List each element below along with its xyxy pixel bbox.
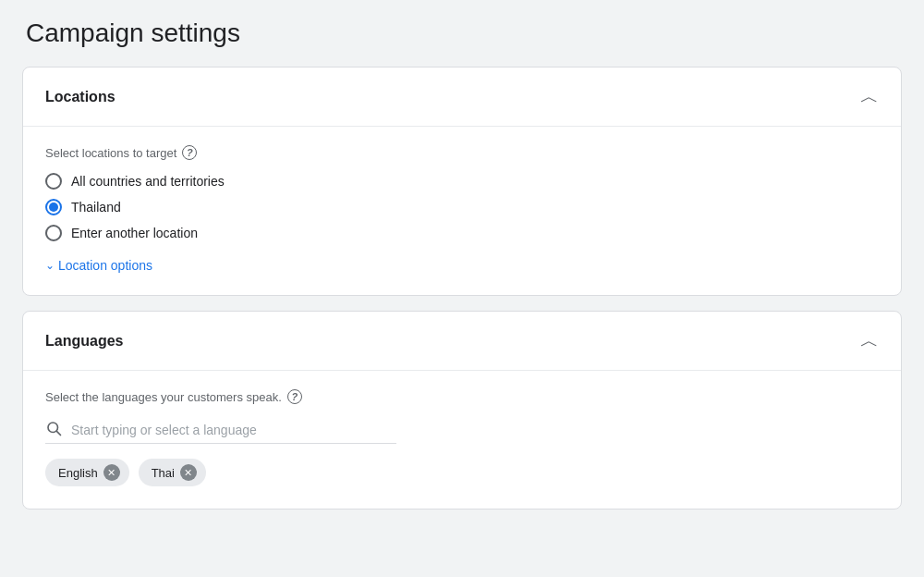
location-radio-group: All countries and territories Thailand E… bbox=[45, 173, 879, 241]
location-options-label: Location options bbox=[58, 258, 152, 273]
radio-option-thailand[interactable]: Thailand bbox=[45, 199, 879, 215]
chip-english: English ✕ bbox=[45, 459, 129, 486]
radio-circle-another-location bbox=[45, 225, 62, 241]
locations-card: Locations ︿ Select locations to target ?… bbox=[22, 67, 902, 296]
languages-card: Languages ︿ Select the languages your cu… bbox=[22, 311, 902, 509]
radio-circle-all-countries bbox=[45, 173, 62, 190]
radio-circle-thailand bbox=[45, 199, 62, 215]
chip-thai-label: Thai bbox=[152, 466, 175, 480]
chip-thai: Thai ✕ bbox=[139, 459, 206, 486]
chip-thai-remove-button[interactable]: ✕ bbox=[180, 464, 197, 481]
chip-english-remove-button[interactable]: ✕ bbox=[103, 464, 120, 481]
language-chips: English ✕ Thai ✕ bbox=[45, 459, 879, 486]
radio-label-all-countries: All countries and territories bbox=[71, 174, 225, 189]
language-search-input[interactable] bbox=[45, 417, 396, 444]
locations-collapse-icon[interactable]: ︿ bbox=[860, 84, 879, 109]
locations-card-header: Locations ︿ bbox=[23, 68, 901, 127]
locations-card-body: Select locations to target ? All countri… bbox=[23, 127, 901, 295]
languages-section-title: Languages bbox=[45, 333, 123, 350]
languages-card-body: Select the languages your customers spea… bbox=[23, 371, 901, 509]
locations-help-icon[interactable]: ? bbox=[182, 145, 197, 160]
chip-english-label: English bbox=[58, 466, 98, 480]
radio-option-another-location[interactable]: Enter another location bbox=[45, 225, 879, 241]
location-options-link[interactable]: ⌄ Location options bbox=[45, 258, 879, 273]
radio-option-all-countries[interactable]: All countries and territories bbox=[45, 173, 879, 190]
location-options-chevron-icon: ⌄ bbox=[45, 259, 55, 272]
svg-line-1 bbox=[56, 431, 60, 435]
languages-collapse-icon[interactable]: ︿ bbox=[860, 328, 879, 353]
locations-section-title: Locations bbox=[45, 89, 116, 105]
language-search-icon bbox=[45, 420, 62, 441]
languages-card-header: Languages ︿ bbox=[23, 312, 901, 371]
language-search-wrapper bbox=[45, 417, 396, 444]
radio-label-thailand: Thailand bbox=[71, 200, 121, 215]
languages-help-icon[interactable]: ? bbox=[287, 389, 302, 404]
page-title: Campaign settings bbox=[22, 18, 902, 48]
radio-label-another-location: Enter another location bbox=[71, 226, 198, 240]
languages-select-label: Select the languages your customers spea… bbox=[45, 389, 879, 404]
locations-select-label: Select locations to target ? bbox=[45, 145, 879, 160]
